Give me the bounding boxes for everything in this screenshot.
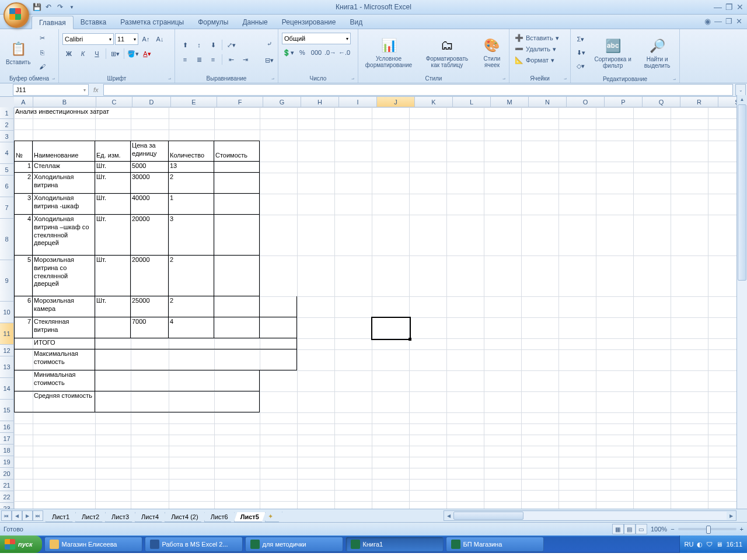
vertical-scrollbar[interactable]: ▲ ▼ [736, 95, 747, 519]
cell[interactable]: 20000 [131, 215, 169, 256]
vscroll-thumb[interactable] [738, 104, 746, 281]
decrease-decimal-icon[interactable]: ←.0 [338, 46, 351, 59]
office-button[interactable] [4, 2, 29, 28]
cell[interactable]: Стеллаж [33, 162, 95, 173]
start-button[interactable]: пуск [0, 536, 42, 553]
row-header[interactable]: 10 [0, 302, 14, 323]
select-all-button[interactable] [0, 97, 15, 108]
underline-button[interactable]: Ч [90, 47, 103, 60]
font-color-icon[interactable]: A▾ [141, 47, 153, 60]
hscroll-thumb[interactable] [453, 512, 523, 520]
sheet-tab[interactable]: Лист2 [75, 512, 106, 522]
save-icon[interactable]: 💾 [32, 2, 42, 12]
cell[interactable]: № [14, 141, 33, 162]
increase-decimal-icon[interactable]: .0→ [324, 46, 337, 59]
cell[interactable] [260, 296, 297, 317]
cell[interactable]: 5 [14, 256, 33, 296]
fill-color-icon[interactable]: 🪣▾ [127, 47, 139, 60]
row-header[interactable]: 14 [0, 378, 14, 400]
sheet-tab[interactable]: Лист4 [135, 512, 165, 522]
cell[interactable]: 1 [14, 162, 33, 173]
cell[interactable] [214, 370, 260, 391]
row-header[interactable]: 21 [0, 480, 14, 491]
column-header[interactable]: H [301, 97, 339, 107]
cell[interactable]: 2 [169, 296, 214, 317]
doc-minimize-button[interactable]: — [714, 17, 722, 26]
cell[interactable]: Средняя стоимость [33, 391, 95, 412]
copy-icon[interactable]: ⎘ [36, 46, 48, 59]
cell[interactable]: 2 [169, 173, 214, 194]
undo-icon[interactable]: ↶ [43, 2, 54, 12]
row-header[interactable]: 3 [0, 131, 14, 142]
maximize-button[interactable]: ❐ [725, 2, 733, 12]
align-left-icon[interactable]: ≡ [179, 53, 191, 66]
cell[interactable]: 3 [169, 215, 214, 256]
ribbon-tab[interactable]: Формулы [191, 16, 235, 29]
row-header[interactable]: 22 [0, 491, 14, 503]
cell[interactable]: 6 [14, 296, 33, 317]
zoom-slider[interactable] [678, 528, 736, 530]
sheet-tab[interactable]: Лист1 [46, 512, 76, 522]
cell[interactable]: 40000 [131, 194, 169, 215]
cell[interactable] [131, 338, 169, 349]
cell-styles-button[interactable]: 🎨Стили ячеек [477, 35, 507, 69]
cell[interactable]: 2 [14, 173, 33, 194]
cell[interactable]: ИТОГО [33, 338, 95, 349]
cell[interactable] [214, 317, 260, 338]
merge-icon[interactable]: ⊟▾ [260, 54, 278, 67]
cell[interactable]: Минимальная стоимость [33, 370, 95, 391]
column-header[interactable]: J [377, 97, 415, 107]
cell[interactable] [214, 173, 260, 194]
cell[interactable]: Ед. изм. [95, 141, 131, 162]
scroll-right-icon[interactable]: ▶ [727, 513, 736, 519]
first-sheet-icon[interactable]: ⏮ [1, 510, 12, 521]
close-button[interactable]: ✕ [736, 2, 743, 12]
row-header[interactable]: 16 [0, 421, 14, 433]
row-header[interactable]: 4 [0, 142, 14, 164]
system-tray[interactable]: RU ◐ 🛡 🖥 16:11 [679, 536, 747, 553]
cell[interactable] [169, 370, 214, 391]
cell[interactable] [95, 391, 131, 412]
cell[interactable]: Морозильная камера [33, 296, 95, 317]
help-icon[interactable]: ◉ [704, 17, 711, 26]
column-header[interactable]: E [171, 97, 217, 107]
column-headers[interactable]: ABCDEFGHIJKLMNOPQRS [14, 97, 747, 107]
doc-close-button[interactable]: ✕ [736, 17, 742, 26]
taskbar-task[interactable]: БП Магазина [446, 537, 544, 552]
cell[interactable] [95, 349, 131, 370]
column-header[interactable]: F [217, 97, 263, 107]
column-header[interactable]: N [529, 97, 567, 107]
row-header[interactable]: 6 [0, 176, 14, 197]
increase-indent-icon[interactable]: ⇥ [239, 53, 252, 66]
cell[interactable] [260, 338, 297, 349]
cell[interactable]: 3 [14, 194, 33, 215]
column-header[interactable]: L [453, 97, 491, 107]
fill-icon[interactable]: ⬇▾ [574, 46, 587, 59]
italic-button[interactable]: К [76, 47, 89, 60]
horizontal-scrollbar[interactable]: ◀ ▶ [444, 510, 736, 521]
cell[interactable]: Количество [169, 141, 214, 162]
decrease-indent-icon[interactable]: ⇤ [225, 53, 238, 66]
cell[interactable] [214, 391, 260, 412]
cell[interactable] [260, 349, 297, 370]
cell[interactable] [214, 215, 260, 256]
wrap-text-icon[interactable]: ⤶ [260, 38, 278, 51]
cell[interactable]: Максимальная стоимость [33, 349, 95, 370]
format-table-button[interactable]: 🗂Форматировать как таблицу [418, 35, 476, 69]
row-header[interactable]: 20 [0, 468, 14, 480]
language-indicator[interactable]: RU [685, 541, 694, 548]
formula-input[interactable] [103, 84, 733, 96]
sheet-tab[interactable]: Лист6 [204, 512, 235, 522]
row-header[interactable]: 18 [0, 444, 14, 456]
cell[interactable]: Шт. [95, 296, 131, 317]
scroll-up-icon[interactable]: ▲ [737, 95, 747, 104]
cell[interactable] [95, 370, 131, 391]
zoom-out-button[interactable]: − [671, 526, 674, 533]
clock[interactable]: 16:11 [726, 541, 742, 548]
comma-icon[interactable]: 000 [310, 46, 323, 59]
row-header[interactable]: 1 [0, 107, 14, 119]
border-icon[interactable]: ⊞▾ [109, 47, 121, 60]
row-header[interactable]: 7 [0, 197, 14, 219]
cell[interactable] [169, 349, 214, 370]
row-header[interactable]: 2 [0, 119, 14, 131]
